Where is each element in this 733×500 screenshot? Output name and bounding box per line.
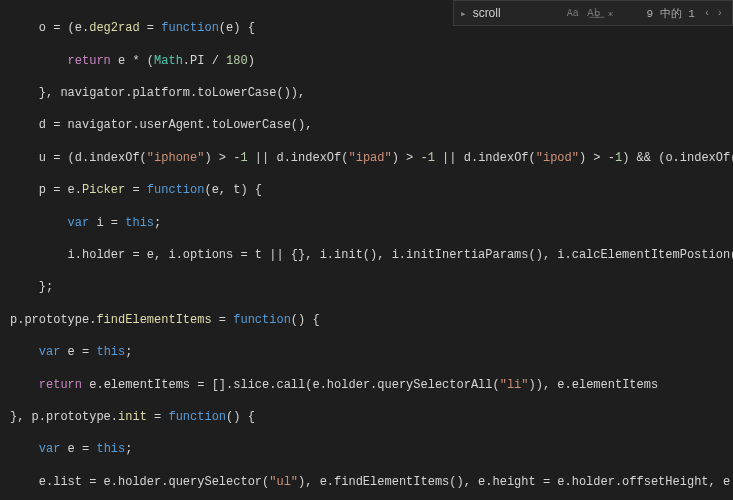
code-line: }; — [10, 279, 733, 295]
code-line: p = e.Picker = function(e, t) { — [10, 182, 733, 198]
expand-arrow-icon[interactable]: ▸ — [460, 7, 467, 20]
regex-toggle[interactable]: ⁎ — [608, 7, 613, 19]
code-line: u = (d.indexOf("iphone") > -1 || d.index… — [10, 150, 733, 166]
code-line: var e = this; — [10, 344, 733, 360]
next-match-icon[interactable]: › — [713, 7, 726, 19]
code-line: e.list = e.holder.querySelector("ul"), e… — [10, 474, 733, 490]
code-line: return e.elementItems = [].slice.call(e.… — [10, 377, 733, 393]
code-line: p.prototype.findElementItems = function(… — [10, 312, 733, 328]
code-line: }, navigator.platform.toLowerCase()), — [10, 85, 733, 101]
code-line: var e = this; — [10, 441, 733, 457]
search-input[interactable] — [473, 6, 563, 20]
code-line: return e * (Math.PI / 180) — [10, 53, 733, 69]
case-sensitive-toggle[interactable]: Aa — [567, 8, 579, 19]
whole-word-toggle[interactable]: A͟b͟ — [587, 7, 600, 19]
find-replace-bar[interactable]: ▸ Aa A͟b͟ ⁎ 9 中的 1 ‹ › — [453, 0, 733, 26]
code-line: var i = this; — [10, 215, 733, 231]
code-editor[interactable]: o = (e.deg2rad = function(e) { return e … — [0, 0, 733, 500]
match-count: 9 中的 1 — [646, 6, 694, 21]
prev-match-icon[interactable]: ‹ — [701, 7, 714, 19]
code-line: }, p.prototype.init = function() { — [10, 409, 733, 425]
code-line: i.holder = e, i.options = t || {}, i.ini… — [10, 247, 733, 263]
code-line: d = navigator.userAgent.toLowerCase(), — [10, 117, 733, 133]
